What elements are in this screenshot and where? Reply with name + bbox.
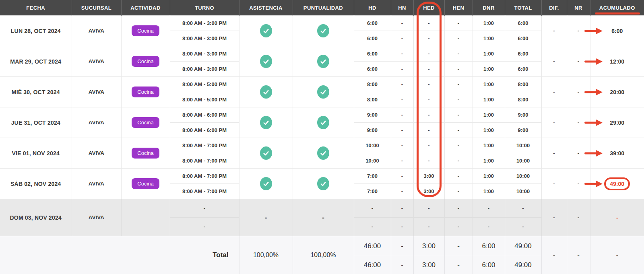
hen-cell-label: - [458,51,459,57]
hen-cell-label: - [458,142,459,148]
punctuality-check-icon [317,55,329,68]
hn-cell: - [391,123,413,138]
activity-cell: Cocina [121,16,170,46]
dif-cell: - [541,199,567,236]
shift-cell-label: - [204,205,205,211]
nr-cell-label: - [578,119,579,126]
column-header-actividad: ACTIVIDAD [121,0,170,16]
nr-cell-label: - [578,89,579,95]
hed-cell: - [413,199,444,218]
hn-cell-label: - [401,51,403,57]
dif-cell: - [541,169,567,199]
column-header-sucursal: SUCURSAL [72,0,121,16]
hn-total-cell-label: - [401,242,403,250]
activity-badge: Cocina [132,56,159,67]
hd-cell: 10:00 [354,153,391,169]
branch-cell-label: AVIVA [89,89,104,95]
table-row: DOM 03, NOV 2024AVIVA------------ [0,199,644,218]
accumulated-value: 20:00 [610,89,624,95]
column-header-hen: HEN [444,0,473,16]
hd-cell-label: 6:00 [367,51,378,57]
hd-cell-label: - [372,205,373,211]
attendance-total-cell-label: 100,00% [253,251,279,258]
hed-cell: - [413,31,444,46]
attendance-cell [239,46,293,77]
hen-cell: - [444,92,473,107]
nr-total-cell-label: - [577,251,580,259]
activity-badge: Cocina [132,117,159,128]
dash-label: - [322,214,324,222]
attendance-total-cell: 100,00% [239,236,293,274]
hen-total-cell: - [444,256,473,274]
dnr-cell: 1:00 [473,153,505,169]
hd-cell-label: 10:00 [365,142,379,148]
column-header-label: NR [574,5,582,11]
accumulated-cell: - [590,199,644,236]
column-header-total: TOTAL [505,0,541,16]
column-header-hd: HD [354,0,391,16]
dif-cell: - [541,77,567,107]
hen-cell: - [444,169,473,184]
punctuality-cell [293,138,354,169]
hn-cell: - [391,153,413,169]
total-cell-label: 6:00 [518,35,528,41]
punctuality-cell [293,16,354,46]
hen-cell: - [444,46,473,62]
date-cell: JUE 31, OCT 2024 [0,107,72,138]
nr-cell: - [567,199,590,236]
column-header-label: DIF. [549,5,559,11]
dnr-cell: 1:00 [473,46,505,62]
dnr-cell: - [473,199,505,218]
hed-cell: - [413,92,444,107]
hn-cell-label: - [401,142,403,148]
hed-cell: - [413,107,444,123]
hen-cell-label: - [458,158,459,164]
hed-cell-label: - [428,20,429,26]
hd-cell: 9:00 [354,123,391,138]
shift-cell-label: 8:00 AM - 6:00 PM [182,127,227,133]
dnr-cell-label: 1:00 [483,20,494,26]
total-cell: 10:00 [505,169,541,184]
nr-cell-label: - [578,58,579,64]
shift-cell: 8:00 AM - 6:00 PM [170,107,239,123]
hd-cell-label: 7:00 [367,173,378,179]
punctuality-check-icon [317,24,329,37]
accumulated-cell: 6:00 [590,16,644,46]
dnr-total-cell: 6:00 [473,236,505,256]
accumulated-cell: 12:00 [590,46,644,77]
hed-cell-label: - [428,142,429,148]
table-row: MIÉ 30, OCT 2024AVIVACocina8:00 AM - 5:0… [0,77,644,92]
activity-cell: Cocina [121,169,170,199]
total-total-cell: 49:00 [505,256,541,274]
column-header-nr: NR [567,0,590,16]
dnr-cell: 1:00 [473,107,505,123]
shift-cell-label: - [204,224,205,230]
hen-cell-label: - [458,66,459,72]
hd-total-cell: 46:00 [354,256,391,274]
hen-cell-label: - [458,112,459,118]
dnr-cell-label: 1:00 [483,142,494,148]
branch-cell-label: AVIVA [89,119,104,126]
dnr-cell-label: 1:00 [483,97,494,103]
punctuality-cell [293,77,354,107]
hd-total-cell-label: 46:00 [364,261,381,269]
shift-cell: 8:00 AM - 3:00 PM [170,46,239,62]
activity-cell: Cocina [121,46,170,77]
table-row: VIE 01, NOV 2024AVIVACocina8:00 AM - 7:0… [0,138,644,153]
hd-cell: 9:00 [354,107,391,123]
nr-cell: - [567,16,590,46]
branch-cell: AVIVA [72,138,121,169]
accumulated-value: 6:00 [611,28,623,34]
shift-cell-label: 8:00 AM - 6:00 PM [182,112,227,118]
hn-cell: - [391,31,413,46]
hn-cell: - [391,184,413,199]
hn-cell-label: - [401,35,403,41]
shift-cell: 8:00 AM - 3:00 PM [170,16,239,31]
dnr-cell-label: 1:00 [483,81,494,87]
date-cell: LUN 28, OCT 2024 [0,16,72,46]
hd-cell-label: 6:00 [367,35,378,41]
hed-total-cell-label: 3:00 [422,261,436,269]
column-header-fecha: FECHA [0,0,72,16]
date-cell-label: MIÉ 30, OCT 2024 [12,89,60,95]
hd-cell: - [354,218,391,236]
